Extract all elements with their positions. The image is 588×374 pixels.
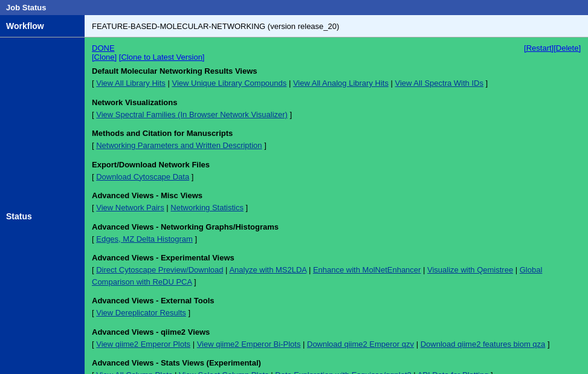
section-links-9: [ View All Column Plots | View Select Co… — [92, 369, 581, 374]
section-links-0: [ View All Library Hits | View Unique Li… — [92, 77, 581, 89]
section-1: Network Visualizations[ View Spectral Fa… — [92, 98, 581, 121]
restart-link[interactable]: [Restart] — [524, 44, 554, 53]
section-3: Export/Download Network Files[ Download … — [92, 160, 581, 183]
section-6-link-3[interactable]: Visualize with Qemistree — [427, 265, 513, 274]
section-2: Methods and Citation for Manuscripts[ Ne… — [92, 129, 581, 152]
section-8-link-2[interactable]: Download qiime2 Emperor qzv — [307, 340, 414, 349]
workflow-value: FEATURE-BASED-MOLECULAR-NETWORKING (vers… — [85, 15, 588, 37]
section-links-3: [ Download Cytoscape Data ] — [92, 171, 581, 183]
workflow-label: Workflow — [0, 15, 85, 37]
section-9-link-2[interactable]: Data Exploration with Esquisse/ggplot2 — [275, 370, 411, 374]
section-4-link-1[interactable]: Networking Statistics — [170, 203, 244, 212]
section-0-link-1[interactable]: View Unique Library Compounds — [172, 79, 286, 88]
section-9: Advanced Views - Stats Views (Experiment… — [92, 358, 581, 374]
section-title-0: Default Molecular Networking Results Vie… — [92, 66, 581, 76]
section-7-link-0[interactable]: View Dereplicator Results — [96, 308, 186, 317]
section-links-1: [ View Spectral Families (In Browser Net… — [92, 109, 581, 121]
section-4: Advanced Views - Misc Views[ View Networ… — [92, 191, 581, 214]
section-title-3: Export/Download Network Files — [92, 160, 581, 169]
delete-link[interactable]: [Delete] — [554, 44, 581, 53]
section-5-link-0[interactable]: Edges, MZ Delta Histogram — [96, 234, 193, 243]
section-9-link-1[interactable]: View Select Column Plots — [179, 370, 269, 374]
done-links-left: DONE [Clone] [Clone to Latest Version] — [92, 44, 204, 62]
section-6-link-0[interactable]: Direct Cytoscape Preview/Download — [96, 265, 223, 274]
section-6-link-1[interactable]: Analyze with MS2LDA — [229, 265, 306, 274]
done-link[interactable]: DONE — [92, 44, 115, 53]
clone-latest-link[interactable]: [Clone to Latest Version] — [119, 53, 205, 62]
section-0: Default Molecular Networking Results Vie… — [92, 66, 581, 89]
status-content: DONE [Clone] [Clone to Latest Version] [… — [85, 37, 588, 375]
section-9-link-0[interactable]: View All Column Plots — [96, 370, 172, 374]
section-title-4: Advanced Views - Misc Views — [92, 191, 581, 200]
section-4-link-0[interactable]: View Network Pairs — [96, 203, 164, 212]
section-links-8: [ View qiime2 Emperor Plots | View qiime… — [92, 338, 581, 350]
section-7: Advanced Views - External Tools[ View De… — [92, 296, 581, 319]
section-links-6: [ Direct Cytoscape Preview/Download | An… — [92, 264, 581, 288]
section-title-2: Methods and Citation for Manuscripts — [92, 129, 581, 138]
section-2-link-0[interactable]: Networking Parameters and Written Descri… — [96, 141, 262, 150]
section-1-link-0[interactable]: View Spectral Families (In Browser Netwo… — [96, 110, 288, 119]
sections-container: Default Molecular Networking Results Vie… — [92, 66, 581, 374]
clone-link[interactable]: [Clone] — [92, 53, 117, 62]
section-title-8: Advanced Views - qiime2 Views — [92, 327, 581, 337]
section-0-link-3[interactable]: View All Spectra With IDs — [395, 79, 483, 88]
section-9-link-3[interactable]: API Data for Plotting — [418, 370, 489, 374]
section-6: Advanced Views - Experimental Views[ Dir… — [92, 253, 581, 288]
done-row: DONE [Clone] [Clone to Latest Version] [… — [92, 44, 581, 62]
section-5: Advanced Views - Networking Graphs/Histo… — [92, 222, 581, 245]
section-0-link-0[interactable]: View All Library Hits — [96, 79, 166, 88]
section-title-9: Advanced Views - Stats Views (Experiment… — [92, 358, 581, 367]
section-links-7: [ View Dereplicator Results ] — [92, 307, 581, 319]
section-title-6: Advanced Views - Experimental Views — [92, 253, 581, 262]
section-8-link-0[interactable]: View qiime2 Emperor Plots — [96, 340, 190, 349]
section-6-link-2[interactable]: Enhance with MolNetEnhancer — [313, 265, 421, 274]
done-links-right: [Restart][Delete] — [524, 44, 581, 53]
section-8: Advanced Views - qiime2 Views[ View qiim… — [92, 327, 581, 350]
section-8-link-1[interactable]: View qiime2 Emperor Bi-Plots — [197, 340, 301, 349]
section-8-link-3[interactable]: Download qiime2 features biom qza — [421, 340, 546, 349]
section-title-1: Network Visualizations — [92, 98, 581, 107]
section-links-4: [ View Network Pairs | Networking Statis… — [92, 202, 581, 214]
section-title-7: Advanced Views - External Tools — [92, 296, 581, 305]
section-links-5: [ Edges, MZ Delta Histogram ] — [92, 233, 581, 245]
job-status-header: Job Status — [0, 0, 588, 15]
section-0-link-2[interactable]: View All Analog Library Hits — [293, 79, 389, 88]
section-3-link-0[interactable]: Download Cytoscape Data — [96, 172, 189, 181]
section-links-2: [ Networking Parameters and Written Desc… — [92, 140, 581, 152]
section-title-5: Advanced Views - Networking Graphs/Histo… — [92, 222, 581, 231]
status-label: Status — [0, 37, 85, 375]
